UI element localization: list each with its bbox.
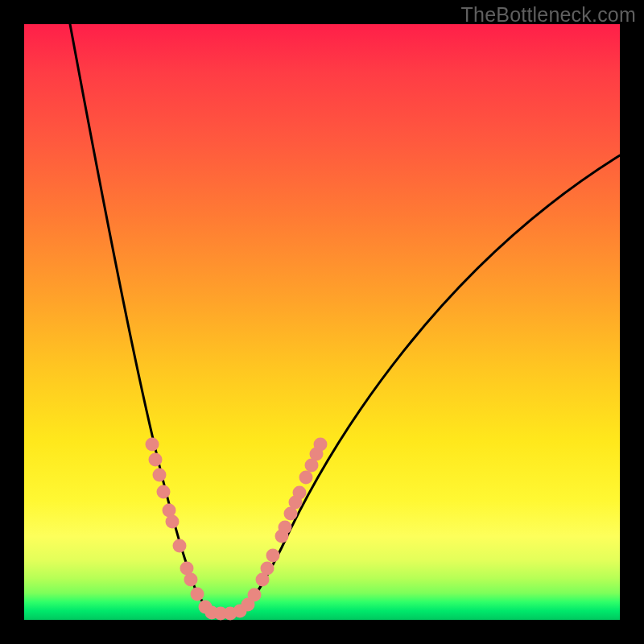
curve-svg (24, 24, 620, 620)
data-dot (157, 485, 171, 499)
data-dot (293, 486, 307, 500)
plot-area (24, 24, 620, 620)
frame: TheBottleneck.com (0, 0, 644, 644)
data-dot (173, 539, 187, 553)
watermark-text: TheBottleneck.com (461, 3, 636, 27)
data-dot (153, 469, 167, 482)
data-dot (184, 573, 198, 587)
data-dot (149, 453, 163, 467)
dots-right-group (242, 438, 328, 612)
data-dot (248, 588, 262, 602)
data-dot (146, 438, 159, 452)
data-dot (166, 515, 180, 529)
data-dot (314, 438, 328, 452)
curve-left (70, 24, 212, 613)
data-dot (299, 471, 313, 485)
data-dot (279, 521, 292, 535)
data-dot (266, 549, 280, 563)
dots-left-group (146, 438, 247, 621)
curve-right (237, 155, 620, 613)
data-dot (191, 588, 204, 601)
data-dot (261, 562, 275, 576)
